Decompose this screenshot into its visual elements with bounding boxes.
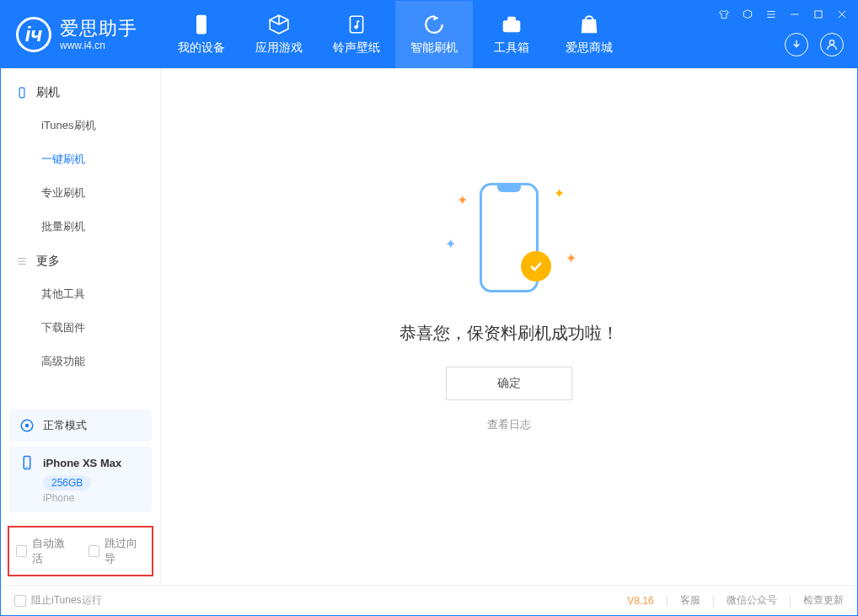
nav-label: 智能刷机: [410, 40, 458, 56]
nav-tab-device[interactable]: 我的设备: [163, 1, 240, 68]
device-icon: [19, 455, 35, 470]
separator: |: [789, 595, 791, 607]
sparkle-icon: ✦: [566, 250, 576, 266]
music-file-icon: [346, 13, 367, 35]
mode-card[interactable]: 正常模式: [9, 410, 152, 442]
svg-rect-4: [508, 17, 516, 20]
logo: iч 爱思助手 www.i4.cn: [16, 17, 137, 52]
storage-badge: 256GB: [43, 475, 91, 490]
success-illustration: ✦ ✦ ✦ ✦: [442, 170, 576, 305]
phone-icon: [190, 13, 212, 35]
sidebar-item-batch[interactable]: 批量刷机: [1, 210, 160, 244]
shirt-icon[interactable]: [717, 8, 731, 21]
main-content: ✦ ✦ ✦ ✦ 恭喜您，保资料刷机成功啦！ 确定 查看日志: [161, 68, 857, 585]
nav-tab-store[interactable]: 爱思商城: [550, 1, 628, 68]
mode-icon: [19, 418, 35, 433]
list-icon: [16, 255, 28, 267]
sidebar-section-flash: 刷机: [1, 75, 160, 109]
header-actions: [785, 33, 844, 56]
device-name: iPhone XS Max: [43, 457, 121, 469]
nav-label: 我的设备: [178, 40, 225, 56]
block-itunes-checkbox[interactable]: 阻止iTunes运行: [14, 593, 102, 608]
mode-label: 正常模式: [43, 418, 87, 433]
svg-point-9: [25, 424, 29, 428]
nav-tabs: 我的设备 应用游戏 铃声壁纸 智能刷机 工具箱 爱思商城: [163, 1, 628, 68]
nav-label: 工具箱: [494, 40, 529, 56]
toolbox-icon: [501, 13, 523, 35]
check-badge-icon: [521, 251, 551, 281]
footer-link-update[interactable]: 检查更新: [803, 593, 844, 608]
close-button[interactable]: [835, 8, 849, 21]
brand-name: 爱思助手: [60, 18, 137, 40]
nav-label: 铃声壁纸: [333, 40, 380, 56]
brand-url: www.i4.cn: [60, 40, 137, 51]
nav-label: 爱思商城: [566, 40, 613, 56]
bag-icon: [578, 13, 600, 35]
checkbox-icon: [16, 545, 27, 557]
svg-rect-0: [197, 15, 206, 34]
separator: |: [712, 595, 715, 607]
app-window: iч 爱思助手 www.i4.cn 我的设备 应用游戏 铃声壁纸 智能刷机: [0, 0, 858, 616]
device-card[interactable]: iPhone XS Max 256GB iPhone: [9, 447, 152, 512]
device-type: iPhone: [43, 492, 142, 504]
nav-label: 应用游戏: [255, 40, 303, 56]
sidebar-item-other[interactable]: 其他工具: [1, 277, 160, 311]
user-button[interactable]: [820, 33, 844, 56]
skip-guide-checkbox[interactable]: 跳过向导: [88, 536, 146, 566]
cube-icon: [268, 13, 290, 35]
sparkle-icon: ✦: [554, 185, 565, 201]
checkbox-label: 自动激活: [32, 536, 72, 566]
checkbox-icon: [14, 595, 26, 607]
nav-tab-flash[interactable]: 智能刷机: [395, 1, 473, 68]
window-controls: [717, 8, 849, 21]
logo-icon: iч: [16, 17, 51, 52]
auto-activate-checkbox[interactable]: 自动激活: [16, 536, 73, 566]
sidebar: 刷机 iTunes刷机 一键刷机 专业刷机 批量刷机 更多 其他工具 下载固件 …: [1, 68, 161, 585]
section-title: 更多: [36, 254, 60, 269]
svg-point-2: [355, 26, 357, 29]
svg-rect-3: [503, 21, 520, 32]
sidebar-item-firmware[interactable]: 下载固件: [1, 311, 160, 345]
section-title: 刷机: [36, 85, 60, 100]
footer-link-wechat[interactable]: 微信公众号: [727, 593, 777, 608]
download-button[interactable]: [785, 33, 808, 56]
minimize-button[interactable]: [788, 8, 802, 21]
cube-small-icon[interactable]: [741, 8, 754, 21]
checkbox-icon: [88, 545, 99, 557]
svg-point-6: [829, 40, 834, 45]
checkbox-label: 跳过向导: [105, 536, 145, 566]
phone-small-icon: [16, 87, 28, 99]
options-row: 自动激活 跳过向导: [8, 526, 153, 576]
sidebar-item-advanced[interactable]: 高级功能: [1, 345, 160, 378]
sparkle-icon: ✦: [445, 236, 456, 252]
svg-rect-7: [19, 88, 24, 98]
svg-rect-1: [350, 16, 362, 33]
sidebar-section-more: 更多: [1, 244, 160, 277]
footer-link-support[interactable]: 客服: [680, 593, 700, 608]
success-message: 恭喜您，保资料刷机成功啦！: [400, 322, 619, 345]
sidebar-item-itunes[interactable]: iTunes刷机: [1, 109, 160, 142]
refresh-shield-icon: [423, 13, 445, 35]
checkbox-label: 阻止iTunes运行: [31, 593, 102, 608]
nav-tab-toolbox[interactable]: 工具箱: [473, 1, 550, 68]
menu-icon[interactable]: [764, 8, 778, 21]
footer: 阻止iTunes运行 V8.16 | 客服 | 微信公众号 | 检查更新: [1, 585, 857, 615]
sparkle-icon: ✦: [457, 192, 468, 208]
footer-right: V8.16 | 客服 | 微信公众号 | 检查更新: [627, 593, 844, 608]
version-label: V8.16: [627, 595, 653, 607]
ok-button[interactable]: 确定: [446, 367, 572, 400]
nav-tab-apps[interactable]: 应用游戏: [240, 1, 318, 68]
header: iч 爱思助手 www.i4.cn 我的设备 应用游戏 铃声壁纸 智能刷机: [1, 1, 857, 68]
separator: |: [666, 595, 668, 607]
svg-rect-5: [815, 11, 822, 18]
body: 刷机 iTunes刷机 一键刷机 专业刷机 批量刷机 更多 其他工具 下载固件 …: [1, 68, 857, 585]
nav-tab-ringtone[interactable]: 铃声壁纸: [318, 1, 395, 68]
view-log-link[interactable]: 查看日志: [487, 417, 531, 432]
svg-point-11: [26, 467, 28, 469]
maximize-button[interactable]: [812, 8, 825, 21]
sidebar-item-oneclick[interactable]: 一键刷机: [1, 142, 160, 176]
sidebar-item-pro[interactable]: 专业刷机: [1, 176, 160, 210]
